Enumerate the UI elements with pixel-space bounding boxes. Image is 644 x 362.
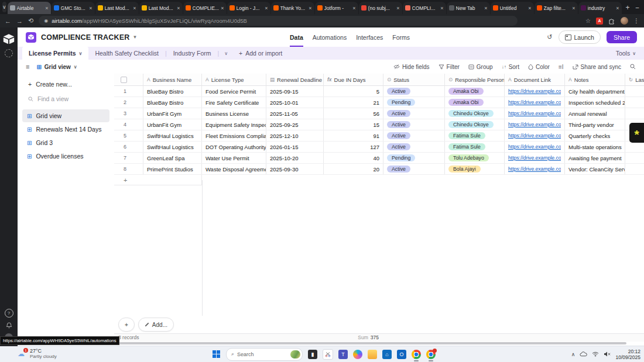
add-record-button[interactable]: + [118,318,135,332]
cell-status[interactable]: Active [383,86,445,96]
cell-due-in-days[interactable]: 40 [324,153,383,163]
table-tab-health-safety[interactable]: Health Safety Checklist [88,50,165,57]
table-row[interactable]: 1 BlueBay Bistro Food Service Permit 202… [114,86,644,97]
cell-due-in-days[interactable]: 91 [324,130,383,141]
cell-due-in-days[interactable]: 5 [324,86,383,96]
tab-close-icon[interactable]: × [484,5,487,11]
cell-business-name[interactable]: BlueBay Bistro [143,86,202,96]
cell-last[interactable] [625,142,644,152]
row-number[interactable]: 3 [114,108,143,119]
browser-tab[interactable]: Thank Yo... × [271,2,314,14]
views-sidebar-toggle-icon[interactable]: ≡ [26,63,29,70]
browser-tab[interactable]: GMC Sto... × [52,2,95,14]
cell-responsible-person[interactable]: Tolu Adebayo [445,153,505,163]
search-daily-image[interactable] [290,350,300,358]
view-list-item[interactable]: ⊞ Renewals Next 14 Days [22,123,109,136]
wifi-icon[interactable] [592,351,599,357]
cell-responsible-person[interactable]: Bola Ajayi [445,164,505,174]
cell-document-link[interactable]: https://drive.example.com/... [505,86,565,96]
cell-license-type[interactable]: Fire Safety Certificate [202,97,266,108]
table-row[interactable]: 7 GreenLeaf Spa Water Use Permit 2025-10… [114,153,644,164]
cell-notes[interactable]: Multi-state operations [565,142,625,152]
cell-last[interactable] [625,97,644,108]
cell-license-type[interactable]: Business License [202,108,266,119]
hidden-icons-chevron[interactable]: ∧ [571,351,576,357]
tab-close-icon[interactable]: × [133,5,136,11]
cell-document-link[interactable]: https://drive.example.com/... [505,142,565,152]
cell-notes[interactable]: Vendor: CleanCity Services [565,164,625,174]
cell-license-type[interactable]: Equipment Safety Inspection [202,119,266,130]
tab-close-icon[interactable]: × [352,5,355,11]
browser-tab[interactable]: Jotform - × [315,2,358,14]
cell-document-link[interactable]: https://drive.example.com/... [505,97,565,108]
tab-close-icon[interactable]: × [177,5,180,11]
address-bar[interactable]: ◉ airtable.com/appWH9DA5yeS5WhiL/tblgSju… [39,16,518,26]
cell-business-name[interactable]: UrbanFit Gym [143,119,202,130]
row-number[interactable]: 7 [114,153,143,163]
cell-status[interactable]: Pending [383,153,445,163]
field-header-business-name[interactable]: ABusiness Name [143,74,202,85]
browser-tab[interactable]: New Tab × [447,2,490,14]
dark-app-icon[interactable]: ▮ [308,350,317,359]
browser-tab[interactable]: Zap filte... × [535,2,578,14]
help-icon[interactable]: ? [5,309,13,318]
cell-business-name[interactable]: PrimePrint Studios [143,164,202,174]
minimize-icon[interactable]: – [630,0,644,14]
document-link[interactable]: https://drive.example.com/... [508,111,561,116]
cell-responsible-person[interactable]: Chinedu Okoye [445,108,505,119]
bookmark-icon[interactable]: ☆ [585,18,591,24]
tools-button[interactable]: Tools ∨ [616,50,644,57]
tab-close-icon[interactable]: × [440,5,443,11]
history-icon[interactable]: ↺ [547,33,552,41]
table-row[interactable]: 5 SwiftHaul Logistics Fleet Emissions Co… [114,130,644,142]
browser-tab[interactable]: Login - J... × [227,2,270,14]
table-row[interactable]: 4 UrbanFit Gym Equipment Safety Inspecti… [114,119,644,130]
field-header-responsible-person[interactable]: ⊙Responsible Person [445,74,505,85]
cell-responsible-person[interactable]: Amaka Obi [445,97,505,108]
start-button[interactable] [213,350,221,358]
cell-last[interactable] [625,164,644,174]
tab-close-icon[interactable]: × [89,5,92,11]
current-view-button[interactable]: ⊞ Grid view ∨ [36,64,77,70]
tab-data[interactable]: Data [290,27,303,47]
cell-status[interactable]: Active [383,108,445,119]
document-link[interactable]: https://drive.example.com/... [508,99,561,105]
field-header-license-type[interactable]: ALicense Type [202,74,266,85]
weather-widget[interactable]: ☁1 27°C Partly cloudy [18,348,57,360]
group-button[interactable]: Group [468,64,493,70]
cell-document-link[interactable]: https://drive.example.com/... [505,108,565,119]
create-new-view-button[interactable]: + Create new... [18,74,114,90]
onedrive-cloud-icon[interactable] [580,351,587,357]
field-header-last[interactable]: ↻Last [625,74,644,85]
cell-document-link[interactable]: https://drive.example.com/... [505,164,565,174]
document-link[interactable]: https://drive.example.com/... [508,166,561,172]
cell-due-in-days[interactable]: 20 [324,164,383,174]
cell-notes[interactable]: City health department [565,86,625,96]
row-number[interactable]: 1 [114,86,143,96]
tab-close-icon[interactable]: × [616,5,619,11]
cell-license-type[interactable]: DOT Operating Authority [202,142,266,152]
table-row[interactable]: 6 SwiftHaul Logistics DOT Operating Auth… [114,142,644,153]
color-button[interactable]: Color [528,64,550,70]
volume-muted-icon[interactable] [604,351,611,357]
cell-license-type[interactable]: Water Use Permit [202,153,266,163]
select-all-checkbox[interactable] [114,74,143,85]
store-icon[interactable]: ⌂ [382,350,392,359]
cell-responsible-person[interactable]: Fatima Sule [445,130,505,141]
row-height-icon[interactable]: ≡I [559,64,564,70]
share-button[interactable]: Share [607,31,637,43]
taskbar-search[interactable]: ⌕ Search [226,348,303,361]
cell-notes[interactable]: Inspection scheduled 2025... [565,97,625,108]
cell-last[interactable] [625,153,644,163]
notifications-bell-icon[interactable] [6,322,12,329]
airtable-logo-icon[interactable] [2,33,15,45]
cell-status[interactable]: Active [383,164,445,174]
cell-license-type[interactable]: Food Service Permit [202,86,266,96]
browser-tab[interactable]: COMPLIE... × [183,2,227,14]
snipping-tool-icon[interactable] [323,349,333,360]
field-header-notes[interactable]: ANotes [565,74,625,85]
document-link[interactable]: https://drive.example.com/... [508,88,561,94]
cell-renewal-deadline[interactable]: 2025-09-15 [266,86,324,96]
view-list-item[interactable]: ⊞ Grid view [22,109,109,122]
cell-business-name[interactable]: SwiftHaul Logistics [143,142,202,152]
